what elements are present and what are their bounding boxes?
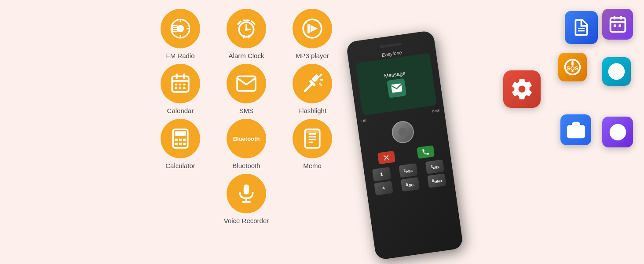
memo-icon-circle (293, 119, 332, 158)
feature-memo: Memo (282, 119, 343, 169)
sms-icon (235, 73, 257, 95)
message-screen-icon (387, 78, 406, 98)
features-grid: FM Radio Alarm Clock (150, 9, 343, 224)
mp3-player-icon (301, 18, 323, 40)
feature-voice-recorder: Voice Recorder (216, 174, 277, 224)
svg-rect-28 (183, 84, 185, 85)
flashlight-icon-circle (293, 64, 332, 103)
calculator-icon (169, 128, 191, 150)
key-1[interactable]: 1 (372, 167, 392, 181)
fm-radio-icon (169, 18, 191, 40)
mp3-player-label: MP3 player (296, 52, 329, 59)
key-3[interactable]: 3DEF (425, 159, 445, 174)
svg-point-36 (315, 79, 317, 81)
phone-body: Easyfone Message OK Back (346, 30, 464, 260)
alarm-clock-icon (235, 18, 257, 40)
feature-fm-radio: FM Radio (150, 9, 211, 59)
key-4[interactable]: 4 (374, 181, 393, 195)
calendar-icon-circle (161, 64, 200, 103)
svg-rect-54 (244, 184, 249, 194)
feature-sms: SMS (216, 64, 277, 114)
feature-mp3-player: MP3 player (282, 9, 343, 59)
sos-icon: SOS (563, 57, 582, 77)
mp3-player-icon-circle (293, 9, 332, 48)
svg-rect-45 (175, 143, 178, 145)
clock-app-icon (607, 62, 626, 81)
svg-rect-65 (618, 24, 621, 27)
float-icon-album (602, 117, 633, 147)
bluetooth-icon-circle: Bluetooth (227, 119, 266, 158)
message-envelope-icon (390, 81, 404, 95)
float-icon-settings (503, 70, 541, 108)
bluetooth-label: Bluetooth (232, 162, 260, 169)
feature-alarm-clock: Alarm Clock (216, 9, 277, 59)
call-icon (421, 147, 430, 156)
svg-line-37 (320, 74, 322, 76)
svg-rect-44 (183, 139, 186, 141)
phone-end-button[interactable] (377, 151, 395, 165)
svg-line-35 (305, 84, 311, 91)
briefcase-icon (566, 120, 586, 140)
alarm-clock-icon-circle (227, 9, 266, 48)
float-icon-clock (602, 57, 631, 86)
sms-icon-circle (227, 64, 266, 103)
svg-rect-46 (179, 143, 182, 145)
calendar-app-icon (608, 15, 628, 34)
svg-line-15 (252, 21, 255, 24)
calculator-label: Calculator (165, 162, 195, 169)
memo-label: Memo (303, 162, 322, 169)
svg-rect-53 (305, 129, 319, 133)
svg-rect-41 (175, 131, 186, 136)
float-icon-notes (565, 11, 598, 44)
key-5[interactable]: 5JKL (401, 177, 420, 191)
key-6[interactable]: 6MNO (427, 173, 446, 188)
svg-rect-42 (175, 139, 178, 141)
gear-icon (510, 77, 534, 101)
memo-icon (301, 128, 323, 150)
phone-nav-circle[interactable] (391, 120, 415, 144)
svg-rect-27 (179, 84, 181, 85)
calendar-icon (169, 73, 191, 95)
float-icon-calendar (602, 9, 633, 40)
phone-screen: Message (355, 53, 437, 115)
svg-rect-47 (183, 143, 186, 145)
float-icon-sos: SOS (558, 53, 587, 81)
svg-rect-26 (175, 84, 177, 85)
svg-line-17 (244, 36, 245, 38)
svg-rect-29 (175, 87, 177, 89)
svg-point-1 (177, 25, 184, 33)
feature-calendar: Calendar (150, 64, 211, 114)
svg-point-79 (617, 131, 618, 133)
key-2[interactable]: 2ABC (399, 163, 418, 178)
svg-rect-60 (610, 18, 625, 32)
svg-line-18 (248, 36, 249, 38)
flashlight-label: Flashlight (298, 107, 326, 114)
flashlight-icon (301, 73, 323, 95)
fm-radio-icon-circle (161, 9, 200, 48)
svg-marker-20 (311, 25, 318, 33)
svg-rect-31 (183, 87, 185, 89)
svg-line-14 (238, 21, 241, 24)
float-icon-briefcase (560, 114, 591, 145)
svg-rect-30 (179, 87, 181, 89)
svg-rect-64 (614, 24, 616, 27)
phone-screen-label: Message (384, 70, 406, 79)
ok-label: OK (361, 119, 367, 124)
svg-rect-43 (179, 139, 182, 141)
feature-flashlight: Flashlight (282, 64, 343, 114)
sms-label: SMS (239, 107, 254, 114)
bluetooth-text: Bluetooth (233, 136, 260, 142)
album-icon (608, 122, 628, 142)
feature-bluetooth: Bluetooth Bluetooth (216, 119, 277, 169)
calculator-icon-circle (161, 119, 200, 158)
alarm-clock-label: Alarm Clock (229, 52, 264, 59)
fm-radio-label: FM Radio (166, 52, 194, 59)
svg-line-39 (320, 84, 322, 85)
back-label: Back (432, 108, 440, 113)
floating-icons-area: SOS (490, 0, 644, 264)
svg-point-69 (571, 70, 574, 73)
voice-recorder-icon-circle (227, 174, 266, 213)
end-call-icon (382, 153, 391, 162)
calendar-label: Calendar (167, 107, 194, 114)
phone-call-button[interactable] (417, 145, 435, 159)
